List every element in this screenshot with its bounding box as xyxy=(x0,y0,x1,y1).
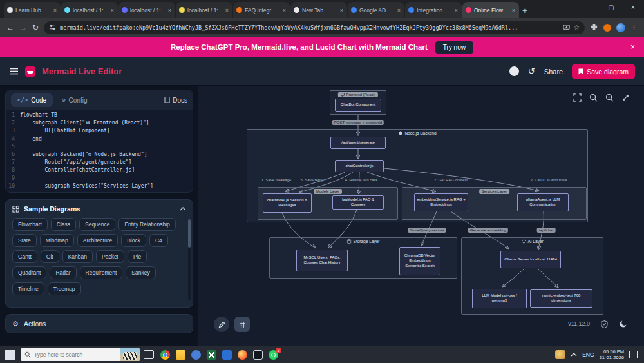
save-diagram-button[interactable]: Save diagram xyxy=(572,64,635,79)
sample-chip[interactable]: Packet xyxy=(96,250,124,263)
search-input[interactable] xyxy=(34,351,105,358)
install-icon[interactable] xyxy=(563,24,570,31)
sample-diagrams-header[interactable]: Sample Diagrams xyxy=(12,205,186,213)
sample-chip[interactable]: Sankey xyxy=(126,266,155,279)
excel-icon[interactable] xyxy=(207,350,216,360)
sample-chip[interactable]: Entity Relationship xyxy=(118,218,175,231)
forward-button[interactable]: → xyxy=(19,23,27,32)
taskbar-clock[interactable]: 05:56 PM 31-01-2026 xyxy=(600,349,624,361)
samples-scrollbar[interactable] xyxy=(188,219,191,300)
browser-tab[interactable]: Integration P... × xyxy=(405,2,462,18)
reload-button[interactable]: ↻ xyxy=(32,23,39,32)
vscode-icon[interactable] xyxy=(222,350,232,360)
sample-chip[interactable]: Sequence xyxy=(79,218,115,231)
sample-chip[interactable]: State xyxy=(12,234,37,247)
tab-code[interactable]: </> Code xyxy=(11,93,53,107)
weather-icon[interactable] xyxy=(555,350,565,359)
dark-mode-moon-icon[interactable] xyxy=(620,320,627,328)
chrome-icon[interactable] xyxy=(160,350,170,360)
tab-close-icon[interactable]: × xyxy=(511,7,516,14)
fullscreen-icon[interactable] xyxy=(573,93,582,102)
edge-label-post-message: POST message + sessionId xyxy=(332,120,384,125)
tab-close-icon[interactable]: × xyxy=(110,7,115,14)
browser-tab[interactable]: localhost / 1: × xyxy=(176,2,232,18)
banner-close-icon[interactable]: × xyxy=(630,43,635,52)
task-view-button[interactable] xyxy=(144,350,154,359)
diagrams-icon xyxy=(12,206,19,213)
profile-avatar[interactable] xyxy=(616,23,625,32)
collapse-chevron-icon[interactable] xyxy=(180,207,186,211)
browser-tab[interactable]: Learn Hub × xyxy=(4,2,61,18)
sample-chip[interactable]: Flowchart xyxy=(12,218,48,231)
sample-chip[interactable]: Block xyxy=(121,234,146,247)
browser-tab[interactable]: Google ADK... × xyxy=(348,2,404,18)
back-button[interactable]: ← xyxy=(6,23,14,32)
sample-chip[interactable]: Radar xyxy=(50,266,76,279)
tab-close-icon[interactable]: × xyxy=(225,7,229,14)
github-icon[interactable] xyxy=(509,66,519,76)
sample-chip[interactable]: Architecture xyxy=(77,234,118,247)
sample-chip[interactable]: Class xyxy=(51,218,76,231)
tab-close-icon[interactable]: × xyxy=(397,7,401,14)
edit-mode-button[interactable] xyxy=(214,317,229,332)
firefox-icon[interactable] xyxy=(238,350,247,360)
sample-chip[interactable]: Gantt xyxy=(12,250,37,263)
tab-close-icon[interactable]: × xyxy=(167,7,172,14)
extension-icon[interactable] xyxy=(603,24,611,32)
browser-tab[interactable]: FAQ Integrat... × xyxy=(233,2,290,18)
browser-tab[interactable]: localhost / 1: × xyxy=(61,2,118,18)
taskbar-search[interactable] xyxy=(21,348,140,361)
sample-chip[interactable]: Treemap xyxy=(48,282,81,295)
address-bar[interactable]: mermaid.live/edit#pako:eNp9Vc1u4zYQfhWCh… xyxy=(44,21,585,34)
zoom-out-icon[interactable] xyxy=(589,93,598,102)
sample-chip[interactable]: C4 xyxy=(149,234,168,247)
history-icon[interactable]: ↺ xyxy=(528,66,535,76)
tab-close-icon[interactable]: × xyxy=(339,7,344,14)
code-editor[interactable]: 1 flowchart TB 2 subgraph Client["🖥 Fron… xyxy=(6,110,193,192)
sample-chip[interactable]: Mindmap xyxy=(40,234,74,247)
tab-config[interactable]: ⚙ Config xyxy=(55,93,93,107)
try-now-button[interactable]: Try now xyxy=(435,41,473,54)
docs-button[interactable]: Docs xyxy=(164,97,187,104)
display-app-icon[interactable] xyxy=(253,350,263,360)
zoom-in-icon[interactable] xyxy=(605,93,614,102)
share-button[interactable]: Share xyxy=(544,68,563,75)
expand-icon[interactable] xyxy=(621,93,630,102)
tab-close-icon[interactable]: × xyxy=(454,7,459,14)
sample-chip[interactable]: Requirement xyxy=(80,266,123,279)
language-indicator[interactable]: ENG xyxy=(582,351,594,358)
browser-menu-icon[interactable]: ⋮ xyxy=(630,23,638,32)
tab-close-icon[interactable]: × xyxy=(282,7,287,14)
actions-section[interactable]: ⚙ Actions xyxy=(5,314,193,333)
extensions-puzzle-icon[interactable] xyxy=(590,23,598,32)
security-shield-icon[interactable] xyxy=(601,320,608,328)
start-button[interactable] xyxy=(3,348,17,362)
diagram-canvas[interactable]: Frontend (React) Node.js Backend Models … xyxy=(198,86,644,346)
site-info-icon[interactable] xyxy=(49,24,56,31)
people-icon[interactable] xyxy=(191,350,201,360)
new-tab-button[interactable]: + xyxy=(522,6,527,15)
bookmark-star-icon[interactable]: ☆ xyxy=(574,24,580,31)
browser-tab[interactable]: localhost / 1: × xyxy=(118,2,175,18)
browser-tab[interactable]: New Tab × xyxy=(290,2,347,18)
tray-chevron-icon[interactable] xyxy=(571,353,577,357)
search-highlight-image[interactable] xyxy=(120,348,140,361)
line-number: 10 xyxy=(6,182,20,190)
sample-chip[interactable]: Quadrant xyxy=(12,266,46,279)
sample-chip[interactable]: Kanban xyxy=(62,250,93,263)
sample-chip[interactable]: Timeline xyxy=(12,282,44,295)
promo-banner: Replace ChatGPT Pro, Mermaid.live, and L… xyxy=(0,37,644,57)
browser-tab[interactable]: Online Flow... × xyxy=(462,2,519,18)
sample-chip[interactable]: Pie xyxy=(128,250,147,263)
grid-toggle-button[interactable] xyxy=(234,317,250,332)
file-explorer-icon[interactable] xyxy=(176,350,185,360)
hamburger-menu-icon[interactable] xyxy=(9,68,19,75)
window-maximize-button[interactable]: ▢ xyxy=(600,0,622,14)
window-minimize-button[interactable]: – xyxy=(578,0,600,14)
sample-chip[interactable]: Git xyxy=(41,250,59,263)
tab-close-icon[interactable]: × xyxy=(53,7,57,14)
window-close-button[interactable]: × xyxy=(622,0,644,14)
whatsapp-icon[interactable]: 2 xyxy=(269,350,278,360)
notification-center-icon[interactable] xyxy=(629,351,638,358)
diagram-pane[interactable]: Frontend (React) Node.js Backend Models … xyxy=(198,86,644,346)
